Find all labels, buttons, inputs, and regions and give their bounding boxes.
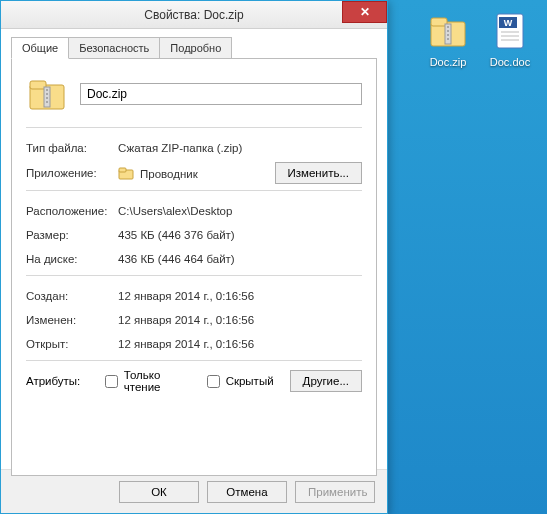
apply-button[interactable]: Применить (295, 481, 375, 503)
readonly-checkbox[interactable]: Только чтение (105, 369, 199, 393)
created-value: 12 января 2014 г., 0:16:56 (118, 290, 362, 302)
filename-input[interactable] (80, 83, 362, 105)
size-on-disk-label: На диске: (26, 253, 118, 265)
tab-panel-general: Тип файла: Сжатая ZIP-папка (.zip) Прило… (11, 58, 377, 476)
readonly-checkbox-input[interactable] (105, 375, 118, 388)
location-label: Расположение: (26, 205, 118, 217)
close-button[interactable]: ✕ (342, 1, 387, 23)
properties-dialog: Свойства: Doc.zip ✕ Общие Безопасность П… (0, 0, 388, 514)
tab-general[interactable]: Общие (11, 37, 69, 59)
desktop-icon-doc[interactable]: W Doc.doc (480, 10, 540, 68)
zip-folder-icon (427, 10, 469, 52)
cancel-button[interactable]: Отмена (207, 481, 287, 503)
separator (26, 127, 362, 128)
desktop-icon-label: Doc.zip (418, 56, 478, 68)
readonly-checkbox-label: Только чтение (124, 369, 199, 393)
tab-details[interactable]: Подробно (159, 37, 232, 59)
separator (26, 190, 362, 191)
word-doc-icon: W (489, 10, 531, 52)
size-value: 435 КБ (446 376 байт) (118, 229, 362, 241)
separator (26, 360, 362, 361)
ok-button[interactable]: ОК (119, 481, 199, 503)
file-type-icon (26, 73, 68, 115)
tab-strip: Общие Безопасность Подробно (11, 37, 377, 59)
opens-with-label: Приложение: (26, 167, 118, 179)
accessed-label: Открыт: (26, 338, 118, 350)
modified-value: 12 января 2014 г., 0:16:56 (118, 314, 362, 326)
explorer-icon (118, 165, 134, 181)
accessed-value: 12 января 2014 г., 0:16:56 (118, 338, 362, 350)
svg-rect-15 (119, 168, 126, 172)
tab-security[interactable]: Безопасность (68, 37, 160, 59)
location-value: C:\Users\alex\Desktop (118, 205, 362, 217)
titlebar[interactable]: Свойства: Doc.zip ✕ (1, 1, 387, 29)
svg-text:W: W (504, 18, 513, 28)
close-icon: ✕ (360, 5, 370, 19)
filetype-value: Сжатая ZIP-папка (.zip) (118, 142, 362, 154)
desktop-icon-zip[interactable]: Doc.zip (418, 10, 478, 68)
hidden-checkbox-label: Скрытый (226, 375, 274, 387)
advanced-attrs-button[interactable]: Другие... (290, 370, 362, 392)
window-title: Свойства: Doc.zip (1, 8, 387, 22)
separator (26, 275, 362, 276)
hidden-checkbox-input[interactable] (207, 375, 220, 388)
opens-with-value: Проводник (118, 165, 275, 181)
modified-label: Изменен: (26, 314, 118, 326)
created-label: Создан: (26, 290, 118, 302)
size-label: Размер: (26, 229, 118, 241)
hidden-checkbox[interactable]: Скрытый (207, 375, 274, 388)
desktop-icon-label: Doc.doc (480, 56, 540, 68)
attributes-label: Атрибуты: (26, 375, 97, 387)
size-on-disk-value: 436 КБ (446 464 байт) (118, 253, 362, 265)
change-app-button[interactable]: Изменить... (275, 162, 362, 184)
filetype-label: Тип файла: (26, 142, 118, 154)
